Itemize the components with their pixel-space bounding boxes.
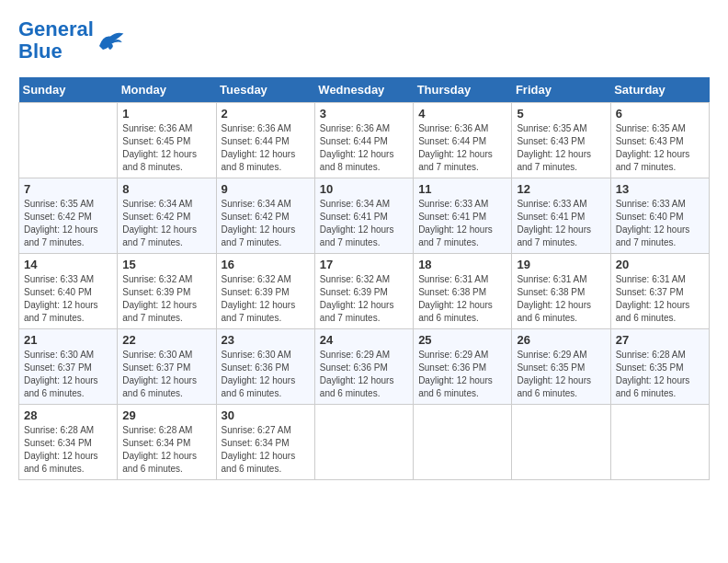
day-number: 6 — [616, 107, 704, 121]
day-number: 18 — [418, 258, 506, 271]
day-detail: Sunrise: 6:29 AMSunset: 6:36 PMDaylight:… — [418, 349, 506, 400]
day-number: 16 — [222, 258, 310, 271]
day-detail: Sunrise: 6:29 AMSunset: 6:35 PMDaylight:… — [517, 349, 605, 400]
day-number: 8 — [122, 182, 210, 196]
day-number: 5 — [517, 107, 605, 121]
day-detail: Sunrise: 6:28 AMSunset: 6:35 PMDaylight:… — [616, 349, 704, 400]
col-header-wednesday: Wednesday — [314, 77, 413, 103]
day-detail: Sunrise: 6:35 AMSunset: 6:43 PMDaylight:… — [517, 122, 605, 174]
day-detail: Sunrise: 6:33 AMSunset: 6:41 PMDaylight:… — [517, 198, 605, 249]
day-detail: Sunrise: 6:33 AMSunset: 6:40 PMDaylight:… — [616, 198, 704, 249]
calendar-cell: 15 Sunrise: 6:32 AMSunset: 6:39 PMDaylig… — [118, 254, 216, 329]
calendar-cell: 14 Sunrise: 6:33 AMSunset: 6:40 PMDaylig… — [19, 254, 118, 329]
day-detail: Sunrise: 6:36 AMSunset: 6:44 PMDaylight:… — [418, 122, 506, 174]
calendar-cell: 17 Sunrise: 6:32 AMSunset: 6:39 PMDaylig… — [314, 254, 413, 329]
day-number: 11 — [418, 182, 506, 196]
day-detail: Sunrise: 6:35 AMSunset: 6:42 PMDaylight:… — [24, 198, 112, 249]
calendar-cell: 6 Sunrise: 6:35 AMSunset: 6:43 PMDayligh… — [610, 103, 709, 178]
day-detail: Sunrise: 6:29 AMSunset: 6:36 PMDaylight:… — [320, 349, 408, 400]
calendar-cell: 7 Sunrise: 6:35 AMSunset: 6:42 PMDayligh… — [19, 178, 118, 254]
calendar-cell: 11 Sunrise: 6:33 AMSunset: 6:41 PMDaylig… — [414, 178, 512, 254]
day-number: 3 — [320, 107, 408, 121]
calendar-cell: 30 Sunrise: 6:27 AMSunset: 6:34 PMDaylig… — [216, 405, 314, 480]
day-number: 23 — [222, 333, 310, 347]
day-number: 13 — [616, 182, 704, 196]
calendar-cell: 13 Sunrise: 6:33 AMSunset: 6:40 PMDaylig… — [610, 178, 709, 254]
day-number: 27 — [616, 333, 704, 347]
day-detail: Sunrise: 6:34 AMSunset: 6:42 PMDaylight:… — [122, 198, 210, 249]
calendar-cell — [610, 405, 709, 480]
day-number: 20 — [616, 258, 704, 271]
day-detail: Sunrise: 6:31 AMSunset: 6:38 PMDaylight:… — [418, 273, 506, 325]
calendar-cell: 27 Sunrise: 6:28 AMSunset: 6:35 PMDaylig… — [610, 329, 709, 405]
day-number: 1 — [122, 107, 210, 121]
calendar-cell: 22 Sunrise: 6:30 AMSunset: 6:37 PMDaylig… — [118, 329, 216, 405]
day-number: 19 — [517, 258, 605, 271]
calendar-cell: 12 Sunrise: 6:33 AMSunset: 6:41 PMDaylig… — [512, 178, 610, 254]
day-detail: Sunrise: 6:33 AMSunset: 6:40 PMDaylight:… — [24, 273, 112, 325]
day-number: 22 — [122, 333, 210, 347]
day-detail: Sunrise: 6:32 AMSunset: 6:39 PMDaylight:… — [222, 273, 310, 325]
day-detail: Sunrise: 6:35 AMSunset: 6:43 PMDaylight:… — [616, 122, 704, 174]
calendar-cell: 3 Sunrise: 6:36 AMSunset: 6:44 PMDayligh… — [314, 103, 413, 178]
calendar-cell: 1 Sunrise: 6:36 AMSunset: 6:45 PMDayligh… — [118, 103, 216, 178]
calendar-cell: 23 Sunrise: 6:30 AMSunset: 6:36 PMDaylig… — [216, 329, 314, 405]
col-header-monday: Monday — [118, 77, 216, 103]
day-number: 10 — [320, 182, 408, 196]
day-detail: Sunrise: 6:31 AMSunset: 6:38 PMDaylight:… — [517, 273, 605, 325]
calendar-cell — [512, 405, 610, 480]
day-number: 4 — [418, 107, 506, 121]
day-detail: Sunrise: 6:30 AMSunset: 6:36 PMDaylight:… — [222, 349, 310, 400]
day-number: 2 — [222, 107, 310, 121]
page-header: General Blue — [18, 18, 710, 63]
day-detail: Sunrise: 6:36 AMSunset: 6:44 PMDaylight:… — [222, 122, 310, 174]
calendar-cell: 21 Sunrise: 6:30 AMSunset: 6:37 PMDaylig… — [19, 329, 118, 405]
day-detail: Sunrise: 6:36 AMSunset: 6:45 PMDaylight:… — [122, 122, 210, 174]
day-number: 7 — [24, 182, 112, 196]
calendar-cell: 29 Sunrise: 6:28 AMSunset: 6:34 PMDaylig… — [118, 405, 216, 480]
day-number: 25 — [418, 333, 506, 347]
day-detail: Sunrise: 6:34 AMSunset: 6:42 PMDaylight:… — [222, 198, 310, 249]
calendar-cell: 18 Sunrise: 6:31 AMSunset: 6:38 PMDaylig… — [414, 254, 512, 329]
col-header-thursday: Thursday — [414, 77, 512, 103]
day-detail: Sunrise: 6:30 AMSunset: 6:37 PMDaylight:… — [24, 349, 112, 400]
day-detail: Sunrise: 6:34 AMSunset: 6:41 PMDaylight:… — [320, 198, 408, 249]
calendar-cell — [19, 103, 118, 178]
day-number: 28 — [24, 408, 112, 422]
calendar-cell: 19 Sunrise: 6:31 AMSunset: 6:38 PMDaylig… — [512, 254, 610, 329]
day-number: 21 — [24, 333, 112, 347]
calendar-cell: 16 Sunrise: 6:32 AMSunset: 6:39 PMDaylig… — [216, 254, 314, 329]
calendar-cell: 25 Sunrise: 6:29 AMSunset: 6:36 PMDaylig… — [414, 329, 512, 405]
calendar-cell: 5 Sunrise: 6:35 AMSunset: 6:43 PMDayligh… — [512, 103, 610, 178]
calendar-cell: 24 Sunrise: 6:29 AMSunset: 6:36 PMDaylig… — [314, 329, 413, 405]
day-detail: Sunrise: 6:32 AMSunset: 6:39 PMDaylight:… — [320, 273, 408, 325]
col-header-friday: Friday — [512, 77, 610, 103]
logo: General Blue — [18, 18, 125, 63]
col-header-saturday: Saturday — [610, 77, 709, 103]
calendar-cell — [414, 405, 512, 480]
calendar-cell: 8 Sunrise: 6:34 AMSunset: 6:42 PMDayligh… — [118, 178, 216, 254]
calendar-cell: 28 Sunrise: 6:28 AMSunset: 6:34 PMDaylig… — [19, 405, 118, 480]
calendar-table: SundayMondayTuesdayWednesdayThursdayFrid… — [18, 77, 710, 480]
calendar-cell — [314, 405, 413, 480]
day-number: 24 — [320, 333, 408, 347]
day-number: 12 — [517, 182, 605, 196]
day-number: 30 — [222, 408, 310, 422]
day-number: 14 — [24, 258, 112, 271]
day-detail: Sunrise: 6:32 AMSunset: 6:39 PMDaylight:… — [122, 273, 210, 325]
day-number: 15 — [122, 258, 210, 271]
day-detail: Sunrise: 6:30 AMSunset: 6:37 PMDaylight:… — [122, 349, 210, 400]
calendar-cell: 10 Sunrise: 6:34 AMSunset: 6:41 PMDaylig… — [314, 178, 413, 254]
calendar-cell: 26 Sunrise: 6:29 AMSunset: 6:35 PMDaylig… — [512, 329, 610, 405]
col-header-tuesday: Tuesday — [216, 77, 314, 103]
calendar-cell: 9 Sunrise: 6:34 AMSunset: 6:42 PMDayligh… — [216, 178, 314, 254]
day-number: 17 — [320, 258, 408, 271]
calendar-cell: 4 Sunrise: 6:36 AMSunset: 6:44 PMDayligh… — [414, 103, 512, 178]
day-number: 29 — [122, 408, 210, 422]
day-detail: Sunrise: 6:31 AMSunset: 6:37 PMDaylight:… — [616, 273, 704, 325]
day-detail: Sunrise: 6:27 AMSunset: 6:34 PMDaylight:… — [222, 424, 310, 476]
logo-text: General Blue — [18, 18, 94, 63]
calendar-cell: 20 Sunrise: 6:31 AMSunset: 6:37 PMDaylig… — [610, 254, 709, 329]
logo-bird-icon — [96, 28, 125, 53]
day-detail: Sunrise: 6:28 AMSunset: 6:34 PMDaylight:… — [122, 424, 210, 476]
